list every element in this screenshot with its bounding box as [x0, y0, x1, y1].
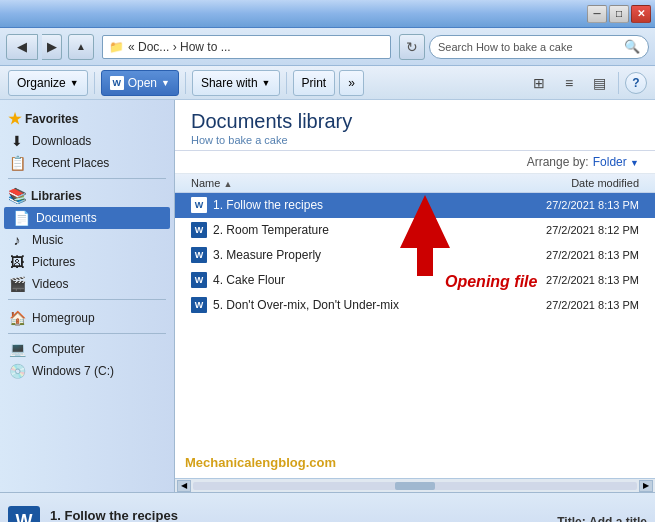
scroll-track — [193, 482, 637, 490]
col-name-header[interactable]: Name ▲ — [191, 177, 479, 189]
path-text: « Doc... › How to ... — [128, 40, 231, 54]
horizontal-scrollbar[interactable]: ◀ ▶ — [175, 478, 655, 492]
print-button[interactable]: Print — [293, 70, 336, 96]
sort-arrow: ▲ — [223, 179, 232, 189]
documents-label: Documents — [36, 211, 97, 225]
libraries-label: Libraries — [31, 189, 82, 203]
file-word-icon: W — [191, 197, 207, 213]
address-bar: ◀ ▶ ▲ 📁 « Doc... › How to ... ↻ 🔍 — [0, 28, 655, 66]
arrange-value[interactable]: Folder ▼ — [593, 155, 639, 169]
downloads-icon: ⬇ — [8, 133, 26, 149]
more-button[interactable]: » — [339, 70, 364, 96]
videos-icon: 🎬 — [8, 276, 26, 292]
music-icon: ♪ — [8, 232, 26, 248]
open-button[interactable]: W Open ▼ — [101, 70, 179, 96]
folder-icon: 📁 — [109, 40, 124, 54]
file-word-icon: W — [191, 247, 207, 263]
favorites-label: Favorites — [25, 112, 78, 126]
file-row[interactable]: W 2. Room Temperature 27/2/2021 8:12 PM — [175, 218, 655, 243]
share-button[interactable]: Share with ▼ — [192, 70, 280, 96]
file-name-cell: W 5. Don't Over-mix, Don't Under-mix — [191, 297, 479, 313]
homegroup-label: Homegroup — [32, 311, 95, 325]
forward-button[interactable]: ▶ — [42, 34, 62, 60]
close-button[interactable]: ✕ — [631, 5, 651, 23]
help-button[interactable]: ? — [625, 72, 647, 94]
recent-icon: 📋 — [8, 155, 26, 171]
pictures-icon: 🖼 — [8, 254, 26, 270]
status-info: 1. Follow the recipes Microsoft Word Doc… — [50, 508, 547, 522]
file-name: 4. Cake Flour — [213, 273, 285, 287]
view-icon-details[interactable]: ▤ — [586, 70, 612, 96]
star-icon: ★ — [8, 110, 21, 128]
meta-label: Title: — [557, 515, 585, 523]
address-path[interactable]: 📁 « Doc... › How to ... — [102, 35, 391, 59]
sidebar-item-windows-drive[interactable]: 💿 Windows 7 (C:) — [0, 360, 174, 382]
status-filename: 1. Follow the recipes — [50, 508, 547, 522]
scroll-right-button[interactable]: ▶ — [639, 480, 653, 492]
toolbar-divider-1 — [94, 72, 95, 94]
file-row[interactable]: W 1. Follow the recipes 27/2/2021 8:13 P… — [175, 193, 655, 218]
print-label: Print — [302, 76, 327, 90]
search-icon: 🔍 — [624, 39, 640, 54]
maximize-button[interactable]: □ — [609, 5, 629, 23]
organize-label: Organize — [17, 76, 66, 90]
title-bar: ─ □ ✕ — [0, 0, 655, 28]
favorites-header[interactable]: ★ Favorites — [0, 106, 174, 130]
sidebar-item-recent[interactable]: 📋 Recent Places — [0, 152, 174, 174]
sidebar-divider-2 — [8, 299, 166, 300]
libraries-header[interactable]: 📚 Libraries — [0, 183, 174, 207]
computer-label: Computer — [32, 342, 85, 356]
open-label: Open — [128, 76, 157, 90]
view-icon-grid[interactable]: ⊞ — [526, 70, 552, 96]
arrange-row: Arrange by: Folder ▼ — [175, 151, 655, 174]
main-layout: ★ Favorites ⬇ Downloads 📋 Recent Places … — [0, 100, 655, 492]
window-controls: ─ □ ✕ — [587, 5, 651, 23]
file-row[interactable]: W 4. Cake Flour 27/2/2021 8:13 PM — [175, 268, 655, 293]
recent-label: Recent Places — [32, 156, 109, 170]
minimize-button[interactable]: ─ — [587, 5, 607, 23]
toolbar-right: ⊞ ≡ ▤ ? — [526, 70, 647, 96]
search-input[interactable] — [438, 41, 620, 53]
libraries-icon: 📚 — [8, 187, 27, 205]
back-button[interactable]: ◀ — [6, 34, 38, 60]
file-word-icon: W — [191, 222, 207, 238]
up-button[interactable]: ▲ — [68, 34, 94, 60]
music-label: Music — [32, 233, 63, 247]
sidebar-item-computer[interactable]: 💻 Computer — [0, 338, 174, 360]
file-row[interactable]: W 5. Don't Over-mix, Don't Under-mix 27/… — [175, 293, 655, 318]
file-date: 27/2/2021 8:12 PM — [479, 224, 639, 236]
file-name: 3. Measure Properly — [213, 248, 321, 262]
sidebar-item-music[interactable]: ♪ Music — [0, 229, 174, 251]
file-word-icon: W — [191, 297, 207, 313]
toolbar-divider-3 — [286, 72, 287, 94]
sidebar-item-pictures[interactable]: 🖼 Pictures — [0, 251, 174, 273]
search-box[interactable]: 🔍 — [429, 35, 649, 59]
scroll-thumb[interactable] — [395, 482, 435, 490]
documents-icon: 📄 — [12, 210, 30, 226]
organize-button[interactable]: Organize ▼ — [8, 70, 88, 96]
refresh-button[interactable]: ↻ — [399, 34, 425, 60]
scroll-left-button[interactable]: ◀ — [177, 480, 191, 492]
sidebar-item-videos[interactable]: 🎬 Videos — [0, 273, 174, 295]
toolbar: Organize ▼ W Open ▼ Share with ▼ Print »… — [0, 66, 655, 100]
libraries-section: 📚 Libraries 📄 Documents ♪ Music 🖼 Pictur… — [0, 183, 174, 295]
downloads-label: Downloads — [32, 134, 91, 148]
sidebar-item-documents[interactable]: 📄 Documents — [4, 207, 170, 229]
library-title: Documents library — [191, 110, 639, 133]
sidebar-item-homegroup[interactable]: 🏠 Homegroup — [0, 304, 174, 329]
view-icon-list[interactable]: ≡ — [556, 70, 582, 96]
file-date: 27/2/2021 8:13 PM — [479, 299, 639, 311]
sidebar-item-downloads[interactable]: ⬇ Downloads — [0, 130, 174, 152]
file-list-header: Name ▲ Date modified — [175, 174, 655, 193]
file-date: 27/2/2021 8:13 PM — [479, 249, 639, 261]
file-row[interactable]: W 3. Measure Properly 27/2/2021 8:13 PM — [175, 243, 655, 268]
file-name-cell: W 4. Cake Flour — [191, 272, 479, 288]
file-name: 2. Room Temperature — [213, 223, 329, 237]
arrange-label: Arrange by: — [527, 155, 589, 169]
word-icon: W — [110, 76, 124, 90]
status-word-icon: W — [8, 506, 40, 523]
toolbar-divider-2 — [185, 72, 186, 94]
file-name: 5. Don't Over-mix, Don't Under-mix — [213, 298, 399, 312]
col-date-header[interactable]: Date modified — [479, 177, 639, 189]
file-name-cell: W 1. Follow the recipes — [191, 197, 479, 213]
